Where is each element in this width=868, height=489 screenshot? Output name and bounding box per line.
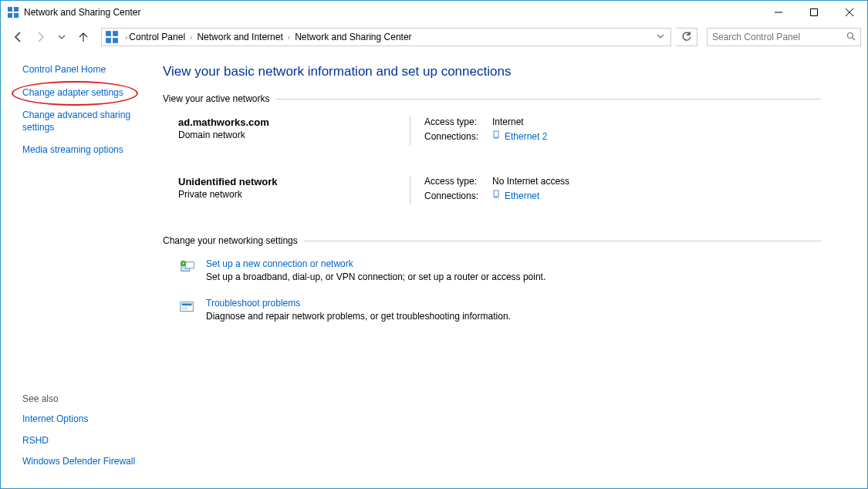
network-type: Domain network	[178, 130, 410, 140]
sidebar-control-panel-home[interactable]: Control Panel Home	[22, 64, 106, 75]
svg-rect-23	[185, 262, 194, 268]
access-type-label: Access type:	[424, 176, 492, 187]
svg-rect-0	[8, 7, 12, 12]
setup-connection-icon: +	[178, 258, 197, 277]
network-block: Unidentified network Private network Acc…	[178, 176, 821, 204]
troubleshoot-title: Troubleshoot problems	[206, 298, 511, 309]
close-button[interactable]	[832, 1, 867, 24]
network-type: Private network	[178, 189, 410, 200]
svg-rect-27	[182, 303, 192, 305]
breadcrumb-network-sharing-center[interactable]: Network and Sharing Center	[295, 32, 411, 42]
sidebar-change-advanced-sharing[interactable]: Change advanced sharing settings	[22, 110, 130, 133]
connections-label: Connections:	[424, 131, 492, 142]
svg-line-13	[853, 38, 855, 40]
access-type-value: No Internet access	[492, 176, 569, 187]
svg-rect-8	[106, 31, 111, 36]
access-type-label: Access type:	[424, 116, 492, 127]
svg-rect-1	[14, 7, 19, 12]
network-center-icon	[7, 6, 19, 19]
svg-rect-5	[811, 9, 818, 16]
troubleshoot-item[interactable]: Troubleshoot problems Diagnose and repai…	[178, 298, 821, 322]
refresh-button[interactable]	[676, 28, 697, 46]
svg-rect-11	[113, 38, 118, 43]
connection-link[interactable]: Ethernet	[505, 191, 539, 201]
svg-rect-10	[106, 38, 111, 43]
toolbar: › Control Panel › Network and Internet ›…	[1, 24, 867, 50]
connections-label: Connections:	[424, 191, 492, 201]
svg-rect-3	[14, 13, 19, 18]
back-button[interactable]	[10, 29, 27, 46]
address-bar[interactable]: › Control Panel › Network and Internet ›…	[101, 28, 671, 46]
page-heading: View your basic network information and …	[163, 64, 821, 79]
search-input[interactable]	[712, 32, 846, 42]
network-center-icon	[105, 30, 119, 44]
see-also-windows-defender-firewall[interactable]: Windows Defender Firewall	[22, 456, 135, 467]
svg-text:+: +	[182, 261, 185, 266]
network-name: Unidentified network	[178, 176, 410, 187]
setup-connection-title: Set up a new connection or network	[206, 258, 545, 269]
main-panel: View your basic network information and …	[163, 50, 867, 488]
svg-point-12	[848, 32, 853, 38]
connection-link[interactable]: Ethernet 2	[505, 131, 547, 142]
recent-locations-button[interactable]	[53, 29, 70, 46]
minimize-button[interactable]	[761, 1, 796, 24]
see-also-internet-options[interactable]: Internet Options	[22, 413, 88, 424]
see-also-rshd[interactable]: RSHD	[22, 435, 49, 446]
svg-rect-2	[8, 13, 12, 18]
search-box[interactable]	[707, 28, 861, 46]
access-type-value: Internet	[492, 116, 524, 127]
svg-rect-28	[182, 307, 187, 310]
title-bar: Network and Sharing Center	[1, 1, 867, 24]
chevron-right-icon[interactable]: ›	[188, 33, 194, 42]
ethernet-icon	[492, 130, 502, 142]
chevron-right-icon[interactable]: ›	[123, 33, 129, 42]
breadcrumb-control-panel[interactable]: Control Panel	[129, 32, 185, 42]
window-controls	[761, 1, 867, 24]
sidebar: Control Panel Home Change adapter settin…	[1, 50, 163, 488]
breadcrumb-network-internet[interactable]: Network and Internet	[197, 32, 282, 42]
window-title: Network and Sharing Center	[24, 7, 140, 18]
maximize-button[interactable]	[796, 1, 832, 24]
sidebar-media-streaming[interactable]: Media streaming options	[22, 144, 123, 155]
network-block: ad.mathworks.com Domain network Access t…	[178, 116, 821, 145]
troubleshoot-icon	[178, 298, 197, 316]
svg-rect-14	[494, 131, 498, 137]
setup-connection-desc: Set up a broadband, dial-up, or VPN conn…	[206, 271, 545, 282]
address-dropdown-button[interactable]	[654, 32, 667, 42]
up-button[interactable]	[75, 29, 92, 46]
search-icon[interactable]	[846, 32, 856, 43]
see-also-section: See also Internet Options RSHD Windows D…	[22, 393, 147, 477]
ethernet-icon	[492, 190, 502, 201]
troubleshoot-desc: Diagnose and repair network problems, or…	[206, 311, 511, 322]
network-name: ad.mathworks.com	[178, 116, 410, 128]
svg-rect-26	[181, 302, 194, 312]
svg-rect-18	[494, 191, 498, 197]
svg-rect-9	[113, 31, 118, 36]
chevron-right-icon[interactable]: ›	[286, 33, 292, 42]
setup-connection-item[interactable]: + Set up a new connection or network Set…	[178, 258, 821, 282]
sidebar-change-adapter-settings[interactable]: Change adapter settings	[22, 87, 123, 98]
active-networks-header: View your active networks	[163, 93, 821, 104]
see-also-header: See also	[22, 393, 147, 404]
change-settings-header: Change your networking settings	[163, 235, 821, 246]
forward-button[interactable]	[32, 29, 49, 46]
